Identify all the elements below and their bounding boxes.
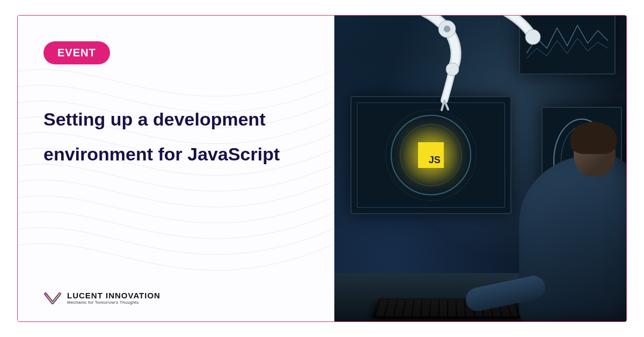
brand-name: LUCENT INNOVATION xyxy=(67,291,160,301)
page-title: Setting up a development environment for… xyxy=(43,102,313,171)
javascript-logo-icon: JS xyxy=(418,142,444,168)
monitor-background-right xyxy=(519,16,616,75)
svg-point-1 xyxy=(444,26,450,32)
monitor-main: JS xyxy=(350,96,511,214)
hero-illustration: JS xyxy=(334,16,626,321)
event-badge: EVENT xyxy=(43,41,110,64)
content-panel: EVENT Setting up a development environme… xyxy=(18,16,334,321)
brand-block: LUCENT INNOVATION Mechanic for Tomorrow'… xyxy=(43,290,160,306)
chart-icon xyxy=(526,18,608,69)
brand-logo-icon xyxy=(43,290,62,306)
brand-tagline: Mechanic for Tomorrow's Thoughts xyxy=(67,301,160,305)
promo-card: EVENT Setting up a development environme… xyxy=(17,15,627,322)
svg-point-2 xyxy=(446,63,459,76)
svg-point-0 xyxy=(438,20,456,38)
